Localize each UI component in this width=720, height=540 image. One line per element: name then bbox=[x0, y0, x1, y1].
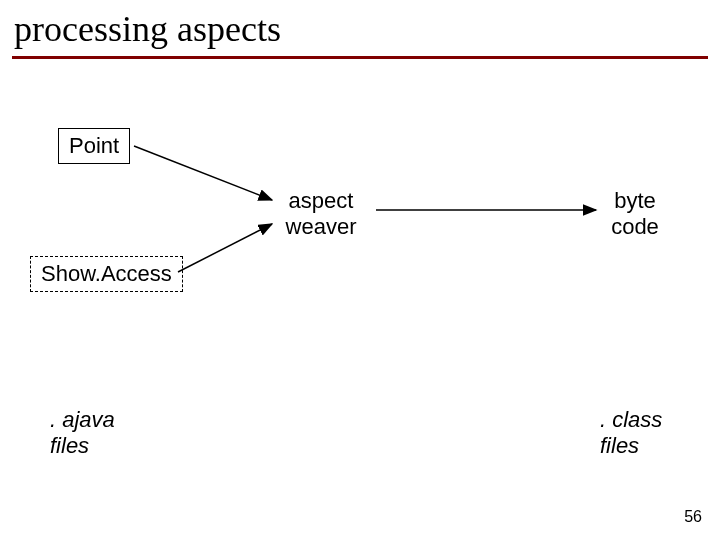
arrow-showaccess-to-weaver bbox=[178, 224, 272, 272]
diagram-arrows bbox=[0, 0, 720, 540]
page-number: 56 bbox=[684, 508, 702, 526]
arrow-point-to-weaver bbox=[134, 146, 272, 200]
